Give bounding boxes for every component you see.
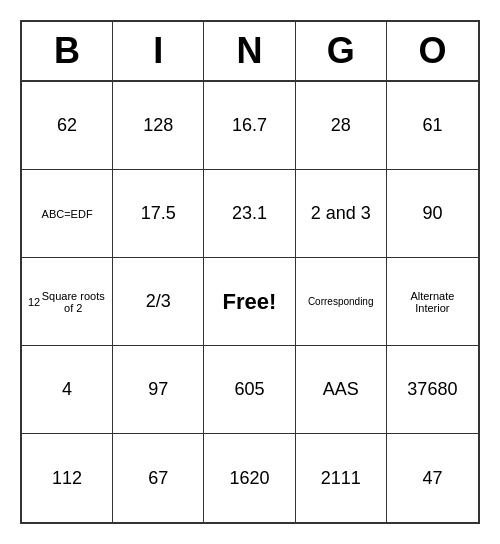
bingo-cell: 2/3	[113, 258, 204, 346]
bingo-cell: 62	[22, 82, 113, 170]
bingo-cell: 17.5	[113, 170, 204, 258]
bingo-grid: 6212816.72861ABC=EDF17.523.12 and 39012S…	[22, 82, 478, 522]
bingo-cell: Alternate Interior	[387, 258, 478, 346]
bingo-cell: 16.7	[204, 82, 295, 170]
bingo-header: BINGO	[22, 22, 478, 82]
bingo-cell: Corresponding	[296, 258, 387, 346]
bingo-cell: 23.1	[204, 170, 295, 258]
bingo-cell: 2111	[296, 434, 387, 522]
bingo-cell: 28	[296, 82, 387, 170]
bingo-cell: 37680	[387, 346, 478, 434]
header-letter: N	[204, 22, 295, 80]
bingo-cell: 128	[113, 82, 204, 170]
bingo-cell: 112	[22, 434, 113, 522]
bingo-cell: AAS	[296, 346, 387, 434]
bingo-cell: 97	[113, 346, 204, 434]
bingo-cell: 61	[387, 82, 478, 170]
bingo-cell: 67	[113, 434, 204, 522]
bingo-cell: Free!	[204, 258, 295, 346]
bingo-cell: 12Square roots of 2	[22, 258, 113, 346]
header-letter: B	[22, 22, 113, 80]
header-letter: I	[113, 22, 204, 80]
bingo-card: BINGO 6212816.72861ABC=EDF17.523.12 and …	[20, 20, 480, 524]
bingo-cell: 47	[387, 434, 478, 522]
bingo-cell: ABC=EDF	[22, 170, 113, 258]
header-letter: G	[296, 22, 387, 80]
bingo-cell: 4	[22, 346, 113, 434]
header-letter: O	[387, 22, 478, 80]
bingo-cell: 2 and 3	[296, 170, 387, 258]
bingo-cell: 90	[387, 170, 478, 258]
bingo-cell: 605	[204, 346, 295, 434]
bingo-cell: 1620	[204, 434, 295, 522]
